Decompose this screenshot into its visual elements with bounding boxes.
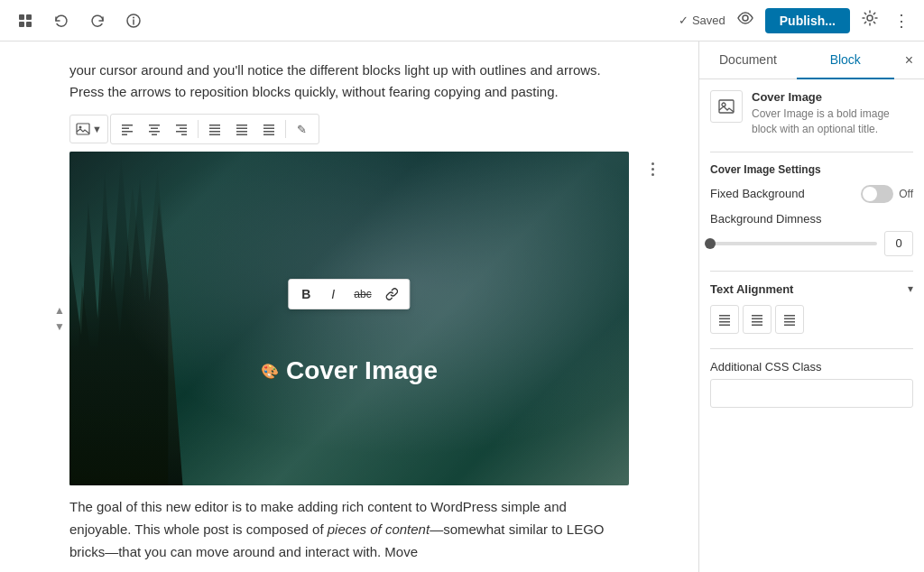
text-align-center-button[interactable] — [743, 305, 772, 334]
topbar: ✓ Saved Publish... ⋮ — [0, 0, 924, 42]
svg-rect-19 — [180, 128, 187, 130]
redo-button[interactable] — [83, 6, 112, 35]
more-options-button[interactable]: ⋮ — [890, 7, 913, 34]
italic-text-button[interactable]: I — [321, 282, 345, 306]
slider-thumb[interactable] — [705, 238, 716, 249]
svg-rect-16 — [149, 131, 160, 133]
svg-rect-2 — [19, 22, 24, 27]
fixed-bg-label: Fixed Background — [710, 187, 805, 200]
bottom-text-block: The goal of this new editor is to make a… — [69, 496, 629, 563]
svg-rect-29 — [236, 134, 247, 136]
text-align-left-button[interactable] — [202, 116, 227, 142]
strikethrough-text-button[interactable]: abc — [348, 282, 376, 306]
link-text-button[interactable] — [381, 282, 404, 306]
emoji-decoration: 🎨 — [261, 363, 279, 380]
undo-button[interactable] — [47, 6, 76, 35]
block-icon — [710, 90, 743, 123]
svg-rect-42 — [752, 321, 762, 323]
publish-button[interactable]: Publish... — [765, 8, 850, 33]
text-align-left-button[interactable] — [710, 305, 739, 334]
svg-rect-39 — [719, 324, 730, 326]
image-type-selector[interactable]: ▼ — [69, 115, 108, 143]
svg-rect-43 — [752, 324, 762, 326]
scroll-down-button[interactable]: ▼ — [51, 320, 68, 333]
divider-2 — [710, 271, 913, 272]
text-alignment-section: Text Alignment ▾ — [710, 282, 913, 334]
svg-point-7 — [867, 15, 873, 21]
info-button[interactable] — [119, 6, 148, 35]
svg-rect-36 — [719, 315, 730, 317]
sidebar-content: Cover Image Cover Image is a bold image … — [699, 79, 924, 433]
bold-text-button[interactable]: B — [294, 282, 318, 306]
settings-button[interactable] — [857, 5, 882, 35]
svg-rect-15 — [151, 128, 158, 130]
tab-document[interactable]: Document — [699, 42, 797, 79]
svg-point-9 — [79, 126, 82, 129]
back-button[interactable] — [11, 6, 40, 35]
align-right-button[interactable] — [169, 116, 194, 142]
preview-button[interactable] — [733, 5, 758, 35]
css-class-input[interactable] — [710, 379, 913, 408]
intro-paragraph: your cursor around and you'll notice the… — [69, 60, 629, 103]
cover-image-title[interactable]: 🎨 Cover Image — [261, 356, 438, 385]
svg-rect-47 — [784, 324, 795, 326]
text-alignment-buttons — [710, 305, 913, 334]
text-align-center-button[interactable] — [229, 116, 254, 142]
topbar-left-actions — [11, 6, 148, 35]
topbar-right-actions: ✓ Saved Publish... ⋮ — [679, 5, 913, 35]
tab-block[interactable]: Block — [797, 42, 894, 79]
svg-rect-46 — [784, 321, 795, 323]
cover-image-title-text: Cover Image — [286, 356, 438, 385]
svg-rect-10 — [122, 125, 133, 126]
svg-rect-31 — [263, 128, 274, 130]
pencil-button[interactable]: ✎ — [290, 116, 315, 142]
dot-2 — [651, 168, 654, 171]
sidebar-tabs: Document Block × — [699, 42, 924, 79]
svg-rect-18 — [176, 125, 187, 126]
svg-rect-28 — [236, 131, 247, 133]
toggle-off-label: Off — [899, 188, 913, 200]
svg-rect-32 — [263, 131, 274, 133]
fixed-background-row: Fixed Background Off — [710, 185, 913, 203]
block-scroll-arrows: ▲ ▼ — [51, 304, 68, 333]
svg-rect-27 — [236, 128, 247, 130]
scroll-up-button[interactable]: ▲ — [51, 304, 68, 317]
cover-image-settings: Cover Image Settings Fixed Background Of… — [710, 163, 913, 256]
chevron-down-icon: ▾ — [908, 282, 913, 295]
css-class-section: Additional CSS Class — [710, 360, 913, 408]
slider-track-wrap — [710, 242, 877, 245]
svg-rect-37 — [719, 318, 730, 319]
cover-image-block-wrap: B I abc 🎨 Cover Image — [69, 152, 629, 485]
saved-status: ✓ Saved — [679, 14, 725, 27]
dot-1 — [651, 162, 654, 165]
text-alignment-header[interactable]: Text Alignment ▾ — [710, 282, 913, 296]
align-center-button[interactable] — [142, 116, 167, 142]
block-name: Cover Image — [752, 90, 913, 104]
fixed-bg-toggle[interactable] — [861, 185, 893, 203]
block-more-options-button[interactable] — [648, 159, 658, 180]
editor-area: your cursor around and you'll notice the… — [0, 42, 698, 572]
cover-image-block[interactable]: B I abc 🎨 Cover Image — [69, 152, 629, 485]
divider-1 — [710, 152, 913, 152]
align-left-button[interactable] — [115, 116, 140, 142]
saved-check-icon: ✓ — [679, 14, 688, 27]
svg-rect-44 — [784, 315, 795, 317]
svg-rect-41 — [752, 318, 762, 319]
slider-track — [710, 242, 877, 245]
svg-rect-12 — [122, 131, 133, 133]
svg-rect-23 — [209, 128, 220, 130]
alignment-toolbar: ✎ — [110, 114, 319, 144]
svg-rect-30 — [263, 125, 274, 126]
settings-section-title: Cover Image Settings — [710, 163, 913, 176]
slider-value: 0 — [884, 231, 913, 256]
fixed-bg-toggle-wrap: Off — [861, 185, 913, 203]
svg-point-6 — [743, 15, 748, 21]
svg-rect-17 — [152, 134, 157, 136]
intro-text-block: your cursor around and you'll notice the… — [69, 60, 629, 103]
text-align-right-button[interactable] — [256, 116, 282, 142]
divider-3 — [710, 348, 913, 349]
bg-dimness-control: 0 — [710, 231, 913, 256]
cover-image-text-toolbar: B I abc — [288, 279, 410, 309]
sidebar-close-button[interactable]: × — [894, 45, 924, 76]
text-align-right-button[interactable] — [775, 305, 804, 334]
